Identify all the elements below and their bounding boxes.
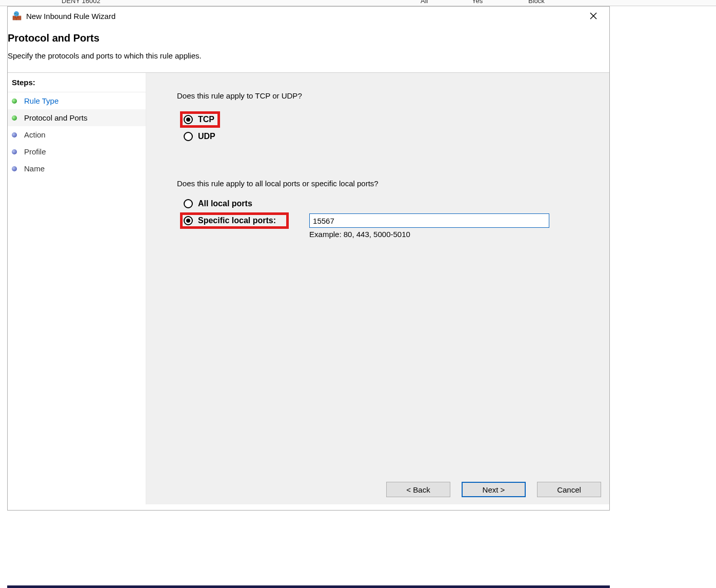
- wizard-window: New Inbound Rule Wizard Protocol and Por…: [7, 6, 610, 511]
- radio-row-tcp: TCP: [180, 109, 601, 130]
- back-button[interactable]: < Back: [386, 482, 450, 497]
- svg-rect-5: [16, 18, 21, 20]
- window-title: New Inbound Rule Wizard: [26, 12, 582, 21]
- radio-row-udp: UDP: [180, 130, 601, 143]
- close-button[interactable]: [582, 8, 605, 24]
- titlebar: New Inbound Rule Wizard: [8, 7, 609, 25]
- step-label: Rule Type: [24, 96, 58, 105]
- radio-row-specific-ports: Specific local ports: Example: 80, 443, …: [180, 210, 601, 241]
- bg-deny-text: DENY 16002: [62, 0, 101, 5]
- close-icon: [590, 12, 597, 19]
- bullet-icon: [12, 115, 17, 121]
- bottom-border: [7, 585, 610, 588]
- main-panel: Does this rule apply to TCP or UDP? TCP …: [146, 73, 609, 504]
- radio-row-all-ports: All local ports: [180, 197, 601, 210]
- radio-tcp-label: TCP: [198, 115, 214, 124]
- step-protocol-and-ports[interactable]: Protocol and Ports: [8, 109, 146, 126]
- bg-col-yes: Yes: [472, 0, 483, 5]
- radio-all-ports[interactable]: [184, 199, 193, 208]
- ports-radio-group: All local ports Specific local ports: Ex…: [180, 197, 601, 241]
- radio-tcp[interactable]: [184, 115, 193, 124]
- step-profile[interactable]: Profile: [8, 143, 146, 160]
- step-label: Profile: [24, 147, 46, 156]
- header-section: Protocol and Ports Specify the protocols…: [8, 25, 609, 71]
- svg-rect-1: [13, 16, 15, 18]
- radio-specific-ports-label: Specific local ports:: [198, 216, 276, 225]
- svg-rect-3: [18, 16, 21, 18]
- step-name[interactable]: Name: [8, 160, 146, 177]
- background-window-fragment: DENY 16002 All Yes Block: [0, 0, 716, 6]
- cancel-button[interactable]: Cancel: [537, 482, 601, 497]
- page-subtitle: Specify the protocols and ports to which…: [8, 51, 609, 60]
- ports-question: Does this rule apply to all local ports …: [177, 179, 601, 188]
- step-label: Action: [24, 130, 46, 139]
- radio-all-ports-label: All local ports: [198, 199, 252, 208]
- next-button[interactable]: Next >: [462, 482, 526, 497]
- bg-col-block: Block: [528, 0, 545, 5]
- bg-col-all: All: [421, 0, 428, 5]
- step-label: Name: [24, 164, 45, 173]
- radio-specific-ports[interactable]: [184, 216, 193, 225]
- sidebar-header: Steps:: [8, 73, 146, 92]
- highlight-tcp: TCP: [180, 111, 220, 128]
- step-label: Protocol and Ports: [24, 113, 87, 122]
- bullet-icon: [12, 99, 17, 104]
- protocol-radio-group: TCP UDP: [180, 109, 601, 143]
- bullet-icon: [12, 132, 17, 138]
- protocol-question: Does this rule apply to TCP or UDP?: [177, 91, 601, 100]
- highlight-specific-ports: Specific local ports:: [180, 212, 289, 229]
- bullet-icon: [12, 166, 17, 171]
- wizard-button-row: < Back Next > Cancel: [386, 482, 601, 497]
- svg-rect-4: [13, 18, 16, 20]
- radio-udp-label: UDP: [198, 132, 215, 141]
- body-section: Steps: Rule Type Protocol and Ports Acti…: [8, 72, 609, 504]
- bullet-icon: [12, 149, 17, 154]
- step-rule-type[interactable]: Rule Type: [8, 92, 146, 109]
- ports-example-text: Example: 80, 443, 5000-5010: [309, 230, 549, 239]
- ports-input-wrap: Example: 80, 443, 5000-5010: [309, 212, 549, 239]
- steps-sidebar: Steps: Rule Type Protocol and Ports Acti…: [8, 73, 146, 504]
- page-title: Protocol and Ports: [8, 32, 609, 51]
- step-action[interactable]: Action: [8, 126, 146, 143]
- firewall-icon: [12, 11, 22, 21]
- radio-udp[interactable]: [184, 132, 193, 141]
- specific-ports-input[interactable]: [309, 213, 549, 228]
